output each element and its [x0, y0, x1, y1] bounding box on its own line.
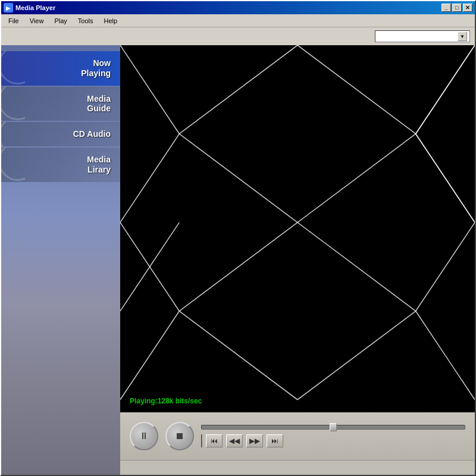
video-display: [120, 45, 475, 412]
pause-icon: ⏸: [139, 431, 149, 441]
svg-line-14: [120, 311, 179, 400]
menu-help[interactable]: Help: [99, 16, 122, 26]
status-bar: [120, 460, 475, 475]
close-button[interactable]: ✕: [463, 4, 472, 12]
playlist-dropdown[interactable]: ▼: [375, 30, 470, 42]
svg-line-11: [120, 45, 179, 134]
sidebar-decoration-2: [1, 87, 25, 121]
svg-line-15: [416, 45, 475, 134]
sidebar-decoration-3: [1, 122, 25, 146]
svg-line-16: [416, 311, 475, 400]
sidebar-label-media-guide: MediaGuide: [11, 94, 111, 114]
prev-track-button[interactable]: ⏮: [206, 434, 223, 447]
stop-icon: ⏹: [175, 431, 184, 441]
svg-line-0: [298, 45, 416, 134]
sidebar: NowPlaying MediaGuide CD Audio MediaLira…: [1, 45, 120, 475]
playback-status: Playing:128k bits/sec: [130, 397, 202, 405]
sidebar-item-media-library[interactable]: MediaLirary: [1, 148, 120, 182]
svg-line-9: [179, 311, 298, 400]
menu-view[interactable]: View: [25, 16, 49, 26]
window-controls: _ □ ✕: [441, 4, 472, 12]
controls-bar: ⏸ ⏹ ⏮ ◀◀ ▶▶ ⏭: [120, 412, 475, 460]
seek-bar[interactable]: [201, 425, 465, 430]
svg-line-7: [298, 223, 416, 311]
dropdown-arrow-icon[interactable]: ▼: [458, 32, 467, 41]
seek-thumb[interactable]: [330, 423, 337, 431]
svg-line-17: [416, 134, 475, 223]
stop-button[interactable]: ⏹: [165, 422, 194, 450]
sidebar-label-now-playing: NowPlaying: [11, 58, 111, 79]
svg-line-1: [179, 45, 298, 134]
sidebar-item-cd-audio[interactable]: CD Audio: [1, 122, 120, 146]
main-content: NowPlaying MediaGuide CD Audio MediaLira…: [1, 45, 475, 475]
video-screen: Playing:128k bits/sec: [120, 45, 475, 412]
svg-line-12: [120, 134, 179, 223]
svg-line-8: [179, 223, 298, 311]
sidebar-label-cd-audio: CD Audio: [11, 129, 111, 139]
app-icon: ▶: [4, 3, 13, 12]
main-window: ▶ Media Player _ □ ✕ File View Play Tool…: [0, 0, 476, 476]
svg-line-10: [298, 311, 416, 400]
progress-area: ⏮ ◀◀ ▶▶ ⏭: [201, 425, 465, 447]
maximize-button[interactable]: □: [452, 4, 462, 12]
sidebar-decoration: [1, 51, 25, 86]
svg-line-2: [179, 134, 298, 223]
svg-line-6: [416, 223, 475, 311]
menu-file[interactable]: File: [4, 16, 24, 26]
fast-forward-button[interactable]: ▶▶: [246, 434, 263, 447]
menu-play[interactable]: Play: [49, 16, 71, 26]
divider: [201, 434, 202, 447]
pause-button[interactable]: ⏸: [130, 422, 158, 450]
sidebar-label-media-library: MediaLirary: [11, 155, 111, 175]
sidebar-item-now-playing[interactable]: NowPlaying: [1, 51, 120, 86]
rewind-button[interactable]: ◀◀: [226, 434, 243, 447]
minimize-button[interactable]: _: [441, 4, 451, 12]
sidebar-item-media-guide[interactable]: MediaGuide: [1, 87, 120, 121]
video-container: Playing:128k bits/sec ⏸ ⏹: [120, 45, 475, 475]
toolbar: ▼: [1, 27, 475, 45]
titlebar-left: ▶ Media Player: [4, 3, 55, 12]
menubar: File View Play Tools Help: [1, 14, 475, 27]
menu-tools[interactable]: Tools: [73, 16, 98, 26]
next-track-button[interactable]: ⏭: [267, 434, 283, 447]
window-title: Media Player: [15, 4, 55, 11]
sidebar-decoration-4: [1, 148, 25, 182]
svg-line-3: [298, 134, 416, 223]
titlebar: ▶ Media Player _ □ ✕: [1, 1, 475, 14]
transport-buttons: ⏮ ◀◀ ▶▶ ⏭: [201, 434, 465, 447]
